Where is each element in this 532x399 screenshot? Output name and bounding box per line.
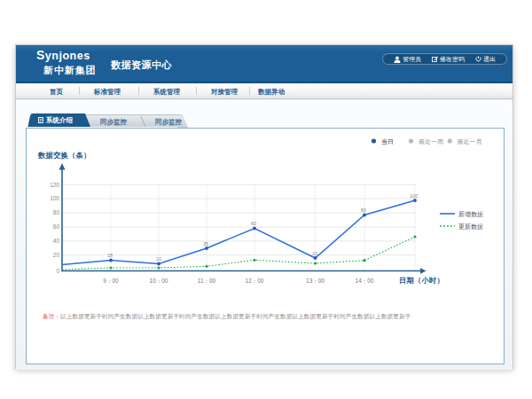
svg-text:60: 60 — [251, 221, 256, 226]
svg-text:20: 20 — [53, 252, 60, 258]
svg-text:11：00: 11：00 — [198, 278, 216, 284]
svg-text:新增数据: 新增数据 — [458, 210, 483, 218]
svg-text:18: 18 — [107, 253, 113, 258]
svg-text:更新数据: 更新数据 — [458, 223, 483, 231]
svg-text:数据交换（条）: 数据交换（条） — [37, 151, 90, 160]
svg-text:14：00: 14：00 — [356, 278, 374, 284]
svg-text:120: 120 — [50, 182, 59, 188]
svg-text:13：00: 13：00 — [306, 278, 325, 284]
svg-text:0: 0 — [56, 268, 59, 274]
svg-text:80: 80 — [53, 209, 60, 215]
svg-text:9：00: 9：00 — [103, 278, 119, 284]
svg-text:10: 10 — [156, 256, 161, 262]
svg-text:日期（小时）: 日期（小时） — [399, 277, 444, 285]
svg-text:最近一月: 最近一月 — [458, 138, 482, 145]
svg-text:12：00: 12：00 — [246, 278, 264, 284]
svg-text:10: 10 — [312, 251, 317, 256]
svg-text:100: 100 — [50, 195, 59, 201]
svg-text:100: 100 — [410, 193, 418, 199]
svg-text:最近一周: 最近一周 — [419, 138, 443, 145]
svg-text:60: 60 — [53, 223, 60, 230]
svg-text:10：00: 10：00 — [150, 278, 168, 284]
svg-text:当日: 当日 — [381, 138, 394, 145]
svg-text:80: 80 — [361, 207, 366, 213]
svg-text:40: 40 — [53, 238, 60, 244]
svg-text:35: 35 — [203, 241, 208, 246]
